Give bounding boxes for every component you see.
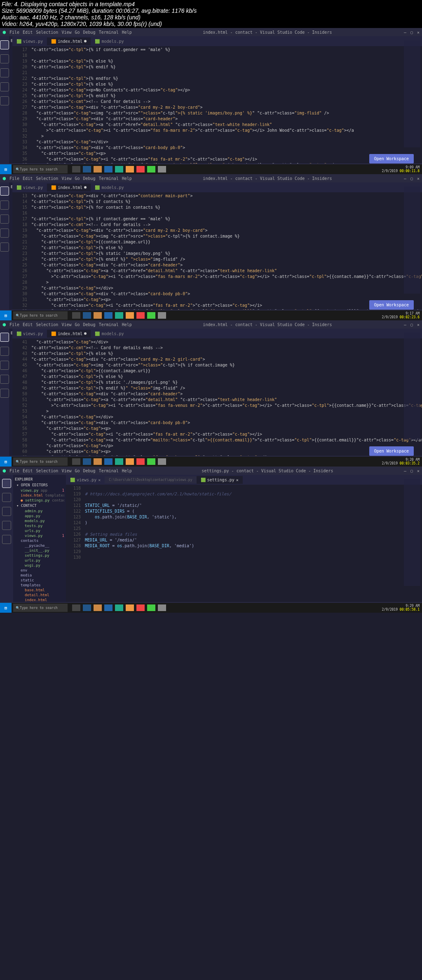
menu-debug[interactable]: Debug — [83, 30, 96, 35]
minimap[interactable] — [404, 40, 420, 147]
menu-terminal[interactable]: Terminal — [99, 322, 119, 327]
editor-tabs[interactable]: 🟩 views.py 🟧 index.html 🟩 models.py — [12, 36, 422, 46]
tree-item[interactable]: ● settings.py contacts — [15, 498, 64, 503]
explorer-icon[interactable] — [0, 40, 9, 49]
menu-help[interactable]: Help — [122, 469, 132, 473]
pane-1: ⬢ FileEditSelectionViewGoDebugTerminalHe… — [0, 28, 422, 174]
tab-models[interactable]: 🟩 models.py — [91, 37, 128, 45]
menu-debug[interactable]: Debug — [83, 176, 96, 181]
menu-go[interactable]: Go — [75, 469, 80, 473]
tree-item[interactable]: __init__.py — [15, 548, 64, 553]
menu-view[interactable]: View — [61, 176, 71, 181]
debug-icon[interactable] — [0, 82, 9, 91]
tree-item[interactable]: detail.html — [15, 593, 64, 597]
tab-index[interactable]: 🟧 index.html — [47, 37, 91, 45]
clock: 9:09 AM 2/9/2019 00:00:11.8 — [382, 166, 422, 173]
sidebar[interactable]: EXPLORER ▾ OPEN EDITORS 1 UNSAVED views.… — [9, 36, 12, 172]
open-workspace-button[interactable]: Open Workspace — [369, 154, 414, 163]
menu-help[interactable]: Help — [122, 322, 132, 327]
menu-terminal[interactable]: Terminal — [99, 176, 119, 181]
menu-file[interactable]: File — [9, 176, 19, 181]
taskbar[interactable]: ⊞ 🔍 Type here to search 9:09 AM 2/9/2019… — [0, 164, 422, 174]
editor: 🟩 views.py 🟧 index.html 🟩 models.py 17 1… — [12, 36, 422, 172]
menu-debug[interactable]: Debug — [83, 469, 96, 473]
tree-item[interactable]: apps.py — [15, 513, 64, 518]
search-icon[interactable] — [0, 54, 9, 63]
task-icon[interactable] — [72, 166, 80, 173]
tree-item[interactable]: models.py — [15, 518, 64, 523]
menu-selection[interactable]: Selection — [36, 469, 58, 473]
menu-terminal[interactable]: Terminal — [99, 469, 119, 473]
tree-item[interactable]: urls.py — [15, 558, 64, 563]
pane-2: ⬢FileEditSelectionViewGoDebugTerminalHel… — [0, 174, 422, 320]
task-icon[interactable] — [136, 166, 145, 173]
menu-bar[interactable]: FileEditSelectionViewGoDebugTerminalHelp — [9, 176, 135, 181]
scm-icon[interactable] — [0, 68, 9, 77]
ffmpeg-info: File: 4. Displaying contact objects in a… — [0, 0, 422, 28]
menu-edit[interactable]: Edit — [23, 322, 33, 327]
menu-go[interactable]: Go — [75, 176, 80, 181]
tree-item[interactable]: index.html templates — [15, 493, 64, 498]
menu-view[interactable]: View — [61, 469, 71, 473]
tree-item[interactable]: views.py 1 — [15, 533, 64, 538]
code-area[interactable]: 17 18 19 20 21 22 23 24 25 26 27 28 29 3… — [12, 46, 422, 172]
titlebar: ⬢ FileEditSelectionViewGoDebugTerminalHe… — [0, 28, 422, 36]
task-icon[interactable] — [158, 166, 166, 173]
tree-item[interactable]: admin.py — [15, 509, 64, 513]
menu-file[interactable]: File — [9, 322, 19, 327]
window-controls[interactable]: —▢✕ — [400, 30, 420, 35]
menu-edit[interactable]: Edit — [23, 469, 33, 473]
menu-bar[interactable]: FileEditSelectionViewGoDebugTerminalHelp — [9, 322, 135, 327]
task-icon[interactable] — [115, 166, 123, 173]
menu-help[interactable]: Help — [122, 30, 132, 35]
menu-terminal[interactable]: Terminal — [99, 30, 119, 35]
menu-help[interactable]: Help — [122, 176, 132, 181]
tree-item[interactable]: templates — [15, 583, 64, 588]
tree-item[interactable]: __pycache__ — [15, 543, 64, 548]
tree-item[interactable]: tests.py — [15, 523, 64, 528]
vscode-icon: ⬢ — [2, 30, 6, 35]
menu-edit[interactable]: Edit — [23, 30, 33, 35]
taskbar-search[interactable]: 🔍 Type here to search — [13, 165, 68, 173]
code-lines[interactable]: "c-attr">class="c-tpl">{% if contact.gen… — [30, 46, 422, 172]
task-icon[interactable] — [94, 166, 102, 173]
tree-item[interactable]: urls.py — [15, 528, 64, 533]
tree-item[interactable]: base.html — [15, 588, 64, 593]
pane-3: ⬢FileEditSelectionViewGoDebugTerminalHel… — [0, 320, 422, 467]
tree-item[interactable]: env — [15, 568, 64, 573]
tree-item[interactable]: views.py app 1 — [15, 488, 64, 493]
tree-item[interactable]: contacts — [15, 538, 64, 543]
menu-bar[interactable]: FileEditSelectionViewGoDebugTerminalHelp — [9, 30, 135, 35]
menu-go[interactable]: Go — [75, 322, 80, 327]
menu-view[interactable]: View — [61, 322, 71, 327]
tree-item[interactable]: settings.py — [15, 553, 64, 558]
extensions-icon[interactable] — [0, 96, 9, 105]
menu-edit[interactable]: Edit — [23, 176, 33, 181]
menu-selection[interactable]: Selection — [36, 322, 58, 327]
tree-item[interactable]: media — [15, 573, 64, 578]
tab-views[interactable]: 🟩 views.py — [12, 37, 47, 45]
task-icon[interactable] — [147, 166, 155, 173]
tree-item[interactable]: static — [15, 578, 64, 583]
menu-selection[interactable]: Selection — [36, 30, 58, 35]
menu-file[interactable]: File — [9, 469, 19, 473]
task-icon[interactable] — [83, 166, 91, 173]
pane-4: ⬢FileEditSelectionViewGoDebugTerminalHel… — [0, 467, 422, 613]
task-icon[interactable] — [104, 166, 113, 173]
menu-bar[interactable]: FileEditSelectionViewGoDebugTerminalHelp — [9, 469, 135, 473]
menu-go[interactable]: Go — [75, 30, 80, 35]
menu-selection[interactable]: Selection — [36, 176, 58, 181]
task-icon[interactable] — [126, 166, 134, 173]
tree-item[interactable]: wsgi.py — [15, 563, 64, 568]
start-button[interactable]: ⊞ — [0, 164, 12, 174]
gutter: 17 18 19 20 21 22 23 24 25 26 27 28 29 3… — [12, 46, 30, 172]
activity-bar[interactable] — [0, 36, 9, 172]
menu-view[interactable]: View — [61, 30, 71, 35]
window-title: index.html - contact - Visual Studio Cod… — [135, 30, 400, 35]
menu-file[interactable]: File — [9, 30, 19, 35]
menu-debug[interactable]: Debug — [83, 322, 96, 327]
